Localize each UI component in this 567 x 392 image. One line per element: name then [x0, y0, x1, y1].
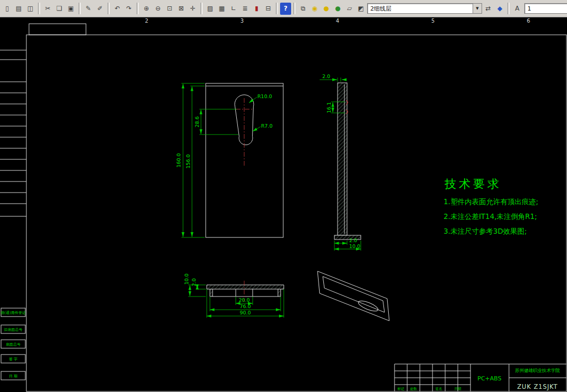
folder-icon[interactable]: ▱ — [344, 3, 355, 15]
tech-req-item: 2.未注公差IT14,未注倒角R1; — [444, 212, 537, 221]
margin-column: 借(通)用件登记 旧底图总号 底图总号 签 字 日 期 — [0, 50, 26, 380]
toolbar-separator — [276, 3, 278, 14]
title-block-cell: 日期 — [455, 387, 462, 391]
title-block-cell: 签名 — [436, 387, 443, 391]
tech-requirements: 技术要求 1.塑件内表面允许有顶出痕迹; 2.未注公差IT14,未注倒角R1; … — [444, 177, 538, 235]
bottom-view: 10.0 2.0 20.0 76.0 90.0 — [184, 273, 284, 318]
zone-numbers: 2 3 4 5 6 — [145, 18, 530, 24]
ball-green-icon[interactable]: ● — [332, 3, 343, 15]
bulb-icon[interactable]: ◉ — [309, 3, 320, 15]
dim-slot-offset: 28.6 — [194, 116, 200, 127]
help-icon[interactable]: ? — [280, 3, 291, 15]
dim-height-outer: 160.0 — [176, 153, 181, 167]
zone-number: 4 — [336, 18, 339, 24]
margin-label: 日 期 — [9, 374, 17, 378]
drawing-canvas[interactable]: 2 3 4 5 6 借(通)用件登记 旧底图总号 底图总号 签 字 日 期 16 — [0, 17, 567, 392]
dim-depth: 10.0 — [184, 273, 189, 284]
iso-view — [318, 271, 389, 321]
zoom-all-icon[interactable]: ⊠ — [176, 3, 187, 15]
zoom-in-icon[interactable]: ⊕ — [141, 3, 152, 15]
pencil-icon[interactable]: ✎ — [83, 3, 94, 15]
grid-icon[interactable]: ▦ — [216, 3, 227, 15]
dim-height-inner: 156.0 — [185, 154, 191, 168]
hatch-icon[interactable]: ▨ — [205, 3, 216, 15]
side-view: 2.0 16.1 2.0 10.0 — [320, 73, 361, 251]
toolbar-separator — [507, 3, 510, 14]
material-label: PC+ABS — [477, 375, 501, 382]
title-block: PC+ABS 苏州健雄职业技术学院 ZUK Z1SJKT 标记 处数 签名 日期 — [395, 364, 566, 391]
zoom-window-icon[interactable]: ⊡ — [164, 3, 175, 15]
linewidth-dropdown[interactable]: 1 ▼ — [524, 3, 567, 14]
dim-radius-bottom: R7.0 — [261, 123, 273, 129]
redo-icon[interactable]: ↷ — [123, 3, 134, 15]
palette-icon[interactable]: ◩ — [355, 3, 367, 15]
toolbar-separator — [200, 3, 203, 14]
toolbar-separator — [293, 3, 295, 14]
undo-icon[interactable]: ↶ — [112, 3, 123, 15]
front-view: 160.0 156.0 28.6 R10.0 R7.0 — [176, 83, 283, 237]
zone-number: 6 — [527, 18, 530, 24]
dim-flange-thickness: 2.0 — [191, 278, 197, 286]
title-block-cell: 处数 — [410, 387, 418, 391]
pen-icon[interactable]: ✐ — [94, 3, 105, 15]
zoom-out-icon[interactable]: ⊖ — [152, 3, 164, 15]
margin-label: 签 字 — [9, 357, 17, 361]
zone-number: 5 — [431, 18, 435, 24]
dim-slot-width: 20.0 — [238, 297, 249, 303]
dim-slot-length: 16.1 — [326, 102, 332, 113]
paste-icon[interactable]: ▣ — [65, 3, 76, 15]
tech-req-item: 3.未注尺寸参考3D效果图; — [444, 227, 527, 235]
toolbar-separator — [38, 3, 40, 14]
tech-req-title: 技术要求 — [444, 177, 502, 190]
print-icon[interactable]: ▤ — [13, 3, 24, 15]
dim-outer-width: 90.0 — [239, 310, 251, 315]
linewidth-dropdown-value: 1 — [527, 5, 531, 12]
copy-icon[interactable]: ❏ — [54, 3, 65, 15]
text-style-icon[interactable]: A — [512, 3, 523, 15]
table-icon[interactable]: ⊟ — [263, 3, 274, 15]
main-toolbar: ▯ ▤ ◫ ✂ ❏ ▣ ✎ ✐ ↶ ↷ ⊕ ⊖ ⊡ ⊠ ✛ ▨ ▦ ∟ ≣ ▮ … — [0, 0, 567, 17]
pan-icon[interactable]: ✛ — [187, 3, 198, 15]
part-number: ZUK Z1SJKT — [517, 383, 558, 390]
zone-number: 2 — [145, 18, 148, 24]
margin-label: 旧底图总号 — [4, 328, 23, 332]
standards-book-icon[interactable]: ▮ — [251, 3, 262, 15]
dim-radius-top: R10.0 — [257, 93, 272, 99]
droplet-icon[interactable]: ◆ — [494, 3, 505, 15]
layer-dropdown-value: 2细线层 — [370, 5, 391, 13]
swap-icon[interactable]: ⇄ — [483, 3, 494, 15]
margin-label: 借(通)用件登记 — [1, 310, 25, 315]
layers-icon[interactable]: ≣ — [239, 3, 251, 15]
dim-foot-width: 10.0 — [349, 243, 360, 249]
zone-number: 3 — [241, 18, 244, 24]
ortho-icon[interactable]: ∟ — [228, 3, 239, 15]
toolbar-separator — [137, 3, 139, 14]
toolbar-separator — [79, 3, 81, 14]
organization-label: 苏州健雄职业技术学院 — [515, 368, 561, 373]
print-preview-icon[interactable]: ◫ — [25, 3, 36, 15]
dim-foot-thickness: 2.0 — [349, 237, 357, 243]
dim-inner-width: 76.0 — [239, 303, 251, 309]
toolbar-separator — [108, 3, 110, 14]
cut-icon[interactable]: ✂ — [42, 3, 53, 15]
ball-yellow-icon[interactable]: ● — [321, 3, 332, 15]
sheet-frame — [26, 24, 566, 391]
chevron-down-icon[interactable]: ▼ — [473, 4, 482, 13]
layer-dropdown[interactable]: 2细线层 ▼ — [367, 3, 482, 14]
sheets-icon[interactable]: ⧉ — [297, 3, 309, 15]
tech-req-item: 1.塑件内表面允许有顶出痕迹; — [444, 197, 538, 206]
margin-label: 底图总号 — [6, 342, 21, 347]
dim-wall-top: 2.0 — [322, 73, 330, 79]
new-icon[interactable]: ▯ — [2, 3, 13, 15]
title-block-cell: 标记 — [397, 387, 405, 391]
